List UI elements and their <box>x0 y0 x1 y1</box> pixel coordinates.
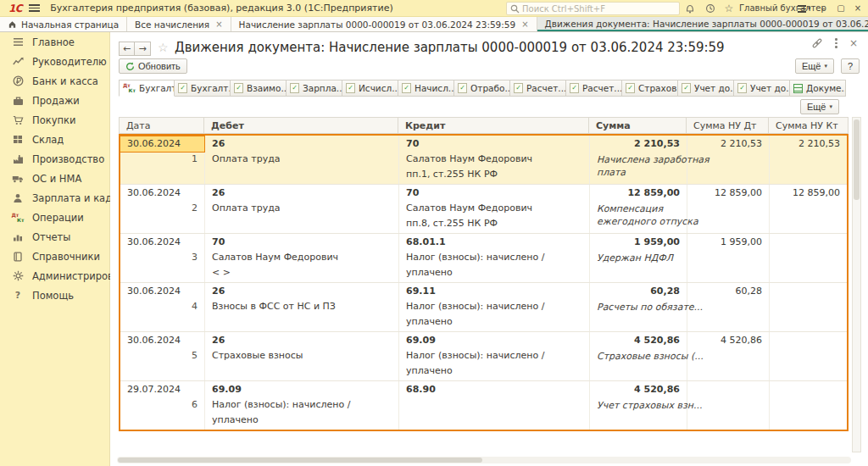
tab-home[interactable]: Начальная страница <box>0 17 127 31</box>
cell-sum-nu-dt[interactable]: 2 210,53 <box>687 136 770 184</box>
cell-sum-nu-kt[interactable] <box>770 283 847 331</box>
window-menu-icon[interactable] <box>835 38 837 48</box>
cell-credit[interactable]: 69.09 Налог (взносы): начислено / уплаче… <box>399 332 590 380</box>
sidebar-item-purchases[interactable]: Покупки <box>0 110 109 130</box>
sidebar-item-directories[interactable]: Справочники <box>0 247 109 266</box>
table-more-button[interactable]: Ещё▾ <box>800 99 839 114</box>
scrollbar-thumb[interactable] <box>854 119 860 200</box>
cell-sum-nu-dt[interactable] <box>687 381 770 430</box>
cell-sum[interactable]: 12 859,00 Компенсация ежегодного отпуска <box>590 185 687 233</box>
add-favorite-star-icon[interactable]: ☆ <box>158 41 169 54</box>
column-header-sum-nu-kt[interactable]: Сумма НУ Кт <box>769 118 848 133</box>
cell-debit[interactable]: 26 Взносы в ФСС от НС и ПЗ <box>205 283 399 331</box>
register-tab[interactable]: ДтКт ✓ Начисл... <box>398 80 454 97</box>
cell-credit[interactable]: 69.11 Налог (взносы): начислено / уплаче… <box>399 283 590 331</box>
column-header-debit[interactable]: Дебет <box>204 118 398 133</box>
tab-document-movements[interactable]: Движения документа: Начисление зарплаты … <box>537 17 868 31</box>
table-row[interactable]: 30.06.2024 1 26 Оплата труда 70 Салатов … <box>120 136 847 185</box>
column-header-credit[interactable]: Кредит <box>398 118 589 133</box>
restore-button[interactable]: ▢ <box>834 2 848 14</box>
main-menu-icon[interactable] <box>29 3 40 14</box>
sidebar-item-help[interactable]: ? Помощь <box>0 286 109 305</box>
cell-sum[interactable]: 4 520,86 Учет страховых взн... <box>590 381 687 430</box>
column-header-sum-nu-dt[interactable]: Сумма НУ Дт <box>687 118 769 133</box>
tab-salary-document[interactable]: Начисление зарплаты 0000-000019 от 03.06… <box>231 17 537 31</box>
close-tab-icon[interactable]: × <box>521 19 528 29</box>
register-tab[interactable]: ДтКт ✓ Докуме... <box>790 80 846 97</box>
sidebar-item-production[interactable]: Производство <box>0 149 109 169</box>
history-clock-icon[interactable] <box>704 3 717 14</box>
column-header-sum[interactable]: Сумма <box>589 118 687 133</box>
table-row[interactable]: 30.06.2024 2 26 Оплата труда 70 Салатов … <box>120 185 847 234</box>
register-tab[interactable]: ДтКт ✓ Зарпла... <box>287 80 342 97</box>
cell-sum[interactable]: 60,28 Расчеты по обязате... <box>590 283 687 331</box>
cell-credit[interactable]: 68.01.1 Налог (взносы): начислено / упла… <box>399 234 590 282</box>
register-tab[interactable]: ДтКт ✓ Отрабо... <box>454 80 510 97</box>
cell-sum-nu-kt[interactable] <box>770 332 847 380</box>
table-row[interactable]: 30.06.2024 4 26 Взносы в ФСС от НС и ПЗ … <box>120 283 847 332</box>
sidebar-item-manager[interactable]: Руководителю <box>0 52 109 71</box>
cell-sum[interactable]: 2 210,53 Начислена заработная плата <box>590 136 687 184</box>
close-app-button[interactable]: × <box>851 2 865 14</box>
cell-sum[interactable]: 1 959,00 Удержан НДФЛ <box>590 234 687 282</box>
sidebar-item-fixed-assets[interactable]: ОС и НМА <box>0 169 109 188</box>
table-row[interactable]: 29.07.2024 6 69.09 Налог (взносы): начис… <box>120 381 847 430</box>
cell-sum-nu-dt[interactable]: 60,28 <box>687 283 770 331</box>
close-form-icon[interactable]: × <box>849 37 858 49</box>
global-search[interactable] <box>506 2 680 15</box>
cell-credit[interactable]: 70 Салатов Наум Федорович пп.8, ст.255 Н… <box>399 185 590 233</box>
more-button[interactable]: Ещё▾ <box>795 58 834 74</box>
refresh-button[interactable]: Обновить <box>119 58 187 74</box>
cell-date[interactable]: 30.06.2024 3 <box>120 234 205 282</box>
sidebar-item-reports[interactable]: Отчеты <box>0 227 109 247</box>
help-button[interactable]: ? <box>841 58 860 74</box>
cell-debit[interactable]: 26 Страховые взносы <box>205 332 399 380</box>
sidebar-item-bank-cash[interactable]: Банк и касса <box>0 71 109 91</box>
forward-button[interactable]: → <box>135 42 151 56</box>
register-tab[interactable]: ДтКт ✓ Бухгалт... <box>175 80 231 97</box>
register-tab[interactable]: ДтКт ✓ Страхов... <box>622 80 678 97</box>
cell-credit[interactable]: 68.90 <box>399 381 590 430</box>
scrollbar-thumb[interactable] <box>118 458 482 463</box>
cell-date[interactable]: 30.06.2024 1 <box>120 136 205 184</box>
horizontal-scrollbar[interactable] <box>117 457 851 463</box>
sidebar-item-administration[interactable]: Администрирование <box>0 266 109 286</box>
table-row[interactable]: 30.06.2024 3 70 Салатов Наум Федорович <… <box>120 234 847 283</box>
sidebar-item-sales[interactable]: Продажи <box>0 91 109 110</box>
cell-date[interactable]: 29.07.2024 6 <box>120 381 205 430</box>
cell-credit[interactable]: 70 Салатов Наум Федорович пп.1, ст.255 Н… <box>399 136 590 184</box>
register-tab[interactable]: ДтКт ✓ Учет до... <box>734 80 790 97</box>
cell-sum-nu-kt[interactable]: 12 859,00 <box>770 185 847 233</box>
user-role-label[interactable]: Главный бухгалтер <box>739 3 826 13</box>
sidebar-item-operations[interactable]: ДтКт Операции <box>0 208 109 227</box>
cell-sum[interactable]: 4 520,86 Страховые взносы (... <box>590 332 687 380</box>
cell-sum-nu-kt[interactable]: 2 210,53 <box>770 136 847 184</box>
get-link-icon[interactable] <box>811 37 823 49</box>
back-button[interactable]: ← <box>119 42 135 56</box>
search-input[interactable] <box>522 4 676 14</box>
cell-sum-nu-kt[interactable] <box>770 234 847 282</box>
sidebar-item-warehouse[interactable]: Склад <box>0 130 109 149</box>
cell-sum-nu-dt[interactable]: 1 959,00 <box>687 234 770 282</box>
register-tab[interactable]: ДтКт ✓ Учет до... <box>678 80 734 97</box>
sidebar-item-salary-hr[interactable]: Зарплата и кадры <box>0 188 109 208</box>
register-tab[interactable]: ДтКт ✓ Расчет... <box>510 80 566 97</box>
register-tab[interactable]: ДтКт ✓ Взаимо... <box>231 80 287 97</box>
cell-debit[interactable]: 70 Салатов Наум Федорович < > <box>205 234 399 282</box>
cell-sum-nu-dt[interactable]: 4 520,86 <box>687 332 770 380</box>
column-header-date[interactable]: Дата <box>120 118 204 133</box>
table-row[interactable]: 30.06.2024 5 26 Страховые взносы 69.09 Н… <box>120 332 847 381</box>
sidebar-item-main[interactable]: Главное <box>0 32 109 52</box>
register-tab[interactable]: ДтКт ✓ Исчисл... <box>342 80 398 97</box>
notifications-bell-icon[interactable] <box>683 3 697 14</box>
cell-date[interactable]: 30.06.2024 5 <box>120 332 205 380</box>
cell-date[interactable]: 30.06.2024 4 <box>120 283 205 331</box>
cell-debit[interactable]: 26 Оплата труда <box>205 185 399 233</box>
vertical-scrollbar[interactable] <box>852 117 861 452</box>
register-tab[interactable]: ДтКт ✓ Расчет... <box>566 80 622 97</box>
cell-sum-nu-kt[interactable] <box>770 381 847 430</box>
cell-debit[interactable]: 26 Оплата труда <box>205 136 399 184</box>
service-menu-icon[interactable]: ▾ <box>798 3 811 14</box>
cell-sum-nu-dt[interactable]: 12 859,00 <box>687 185 770 233</box>
favorites-star-icon[interactable]: ☆ <box>722 3 736 14</box>
